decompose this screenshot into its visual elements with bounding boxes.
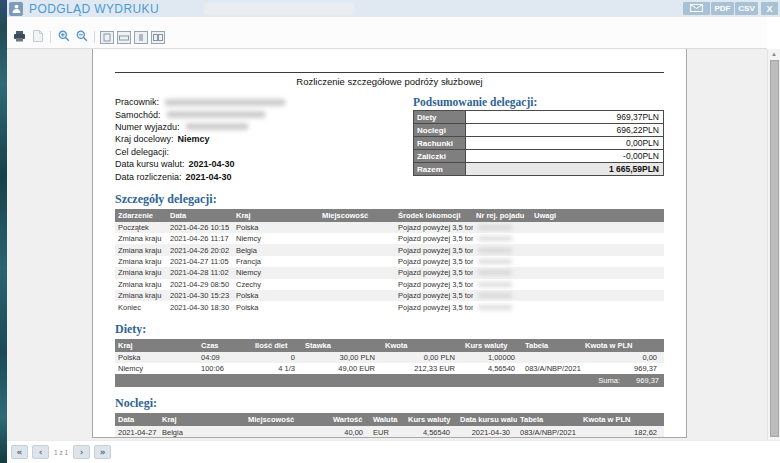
table-row: Zmiana kraju2021-04-26 11:17NiemcyPojazd… bbox=[115, 233, 664, 244]
table-cell: 2021-04-26 10:15 bbox=[167, 222, 233, 233]
zoom-out-button[interactable] bbox=[74, 30, 89, 44]
document-title: Rozliczenie szczegółowe podróży służbowe… bbox=[115, 76, 664, 87]
csv-export-button[interactable]: CSV bbox=[735, 2, 758, 15]
sum-label: Suma: bbox=[598, 376, 620, 385]
print-button[interactable] bbox=[12, 30, 27, 44]
column-header: Data bbox=[115, 413, 159, 426]
document-top-rule bbox=[115, 72, 664, 73]
table-cell: Pojazd powyżej 3,5 tony bbox=[395, 279, 473, 290]
info-label: Cel delegacji: bbox=[115, 147, 169, 157]
table-cell bbox=[319, 301, 395, 312]
table-cell bbox=[531, 233, 664, 244]
table-cell: 083/A/NBP/2021 bbox=[522, 363, 582, 374]
table-cell bbox=[531, 244, 664, 255]
fit-page-button[interactable] bbox=[100, 31, 114, 44]
document-page: Rozliczenie szczegółowe podróży służbowe… bbox=[92, 49, 687, 438]
summary-row: Noclegi696,22PLN bbox=[414, 124, 664, 137]
table-row: Zmiana kraju2021-04-29 08:50CzechyPojazd… bbox=[115, 279, 664, 290]
fit-width-icon bbox=[119, 30, 129, 45]
redacted-value bbox=[478, 225, 512, 230]
table-cell bbox=[531, 222, 664, 233]
table-cell: Pojazd powyżej 3,5 tony bbox=[395, 244, 473, 255]
header-row: ZdarzenieDataKrajMiejscowośćŚrodek lokom… bbox=[115, 209, 664, 222]
table-cell bbox=[245, 426, 330, 437]
vertical-scrollbar: ▲ bbox=[767, 49, 780, 440]
info-value: Niemcy bbox=[178, 134, 210, 144]
email-button[interactable] bbox=[683, 2, 710, 15]
print-preview-window: PODGLĄD WYDRUKU PDF CSV X bbox=[0, 0, 780, 463]
redacted-value bbox=[478, 282, 512, 287]
fit-width-button[interactable] bbox=[117, 31, 131, 44]
table-cell: Francja bbox=[233, 256, 319, 267]
column-header: Kurs waluty bbox=[462, 339, 522, 352]
table-cell: 0 bbox=[252, 352, 302, 363]
summary-row: Razem1 665,59PLN bbox=[414, 163, 664, 176]
table-cell: 2021-04-27 bbox=[115, 426, 159, 437]
table-cell: 4,56540 bbox=[405, 426, 457, 437]
pdf-export-button[interactable]: PDF bbox=[711, 2, 734, 15]
redacted-value bbox=[478, 236, 512, 241]
scroll-up-arrow[interactable]: ▲ bbox=[768, 49, 780, 59]
single-page-button[interactable] bbox=[134, 31, 148, 44]
table-cell bbox=[319, 267, 395, 278]
info-row: Cel delegacji: bbox=[115, 146, 413, 158]
table-cell: 1,00000 bbox=[462, 352, 522, 363]
last-page-button[interactable]: » bbox=[94, 445, 111, 459]
next-page-button[interactable]: › bbox=[73, 445, 90, 459]
table-cell bbox=[319, 233, 395, 244]
close-button[interactable]: X bbox=[761, 2, 778, 15]
column-header: Kwota w PLN bbox=[582, 339, 664, 352]
summary-value: 0,00PLN bbox=[466, 137, 664, 150]
table-cell: Pojazd powyżej 3,5 tony bbox=[395, 222, 473, 233]
table-cell: Pojazd powyżej 3,5 tony bbox=[395, 256, 473, 267]
scrollbar-thumb[interactable] bbox=[770, 60, 779, 437]
table-cell: Pojazd powyżej 3,5 tony bbox=[395, 267, 473, 278]
table-cell: Polska bbox=[233, 301, 319, 312]
table-row: Polska04:09030,00 PLN0,00 PLN1,000000,00 bbox=[115, 352, 664, 363]
single-page-icon bbox=[137, 30, 145, 45]
table-row: Koniec2021-04-30 18:30PolskaPojazd powyż… bbox=[115, 301, 664, 312]
column-header: Kraj bbox=[233, 209, 319, 222]
table-cell: Koniec bbox=[115, 301, 167, 312]
table-row: Początek2021-04-26 10:15PolskaPojazd pow… bbox=[115, 222, 664, 233]
first-page-button[interactable]: « bbox=[11, 445, 28, 459]
previous-page-button[interactable]: ‹ bbox=[32, 445, 49, 459]
summary-row: Rachunki0,00PLN bbox=[414, 137, 664, 150]
table-cell: 083/A/NBP/2021 bbox=[517, 426, 580, 437]
column-header: Kraj bbox=[159, 413, 245, 426]
diets-heading: Diety: bbox=[115, 322, 664, 337]
table-cell: 04:09 bbox=[198, 352, 252, 363]
redacted-value bbox=[167, 111, 265, 118]
page-indicator: 1 z 1 bbox=[54, 449, 68, 456]
sum-value: 969,37 bbox=[636, 376, 659, 385]
summary-label: Razem bbox=[414, 163, 466, 176]
table-cell bbox=[473, 279, 531, 290]
zoom-in-button[interactable] bbox=[56, 30, 71, 44]
table-cell: 40,00 bbox=[330, 426, 370, 437]
table-cell: 182,62 bbox=[580, 426, 664, 437]
column-header: Kraj bbox=[115, 339, 198, 352]
table-cell: 30,00 PLN bbox=[302, 352, 382, 363]
column-header: Czas bbox=[198, 339, 252, 352]
table-cell: 0,00 PLN bbox=[382, 352, 462, 363]
redacted-value bbox=[478, 293, 512, 298]
print-icon bbox=[13, 30, 26, 45]
table-cell: Polska bbox=[233, 290, 319, 301]
table-cell: Niemcy bbox=[233, 233, 319, 244]
table-cell: Belgia bbox=[159, 426, 245, 437]
table-cell bbox=[473, 267, 531, 278]
table-cell: 969,37 bbox=[582, 363, 664, 374]
redacted-value bbox=[165, 99, 285, 106]
table-cell: Polska bbox=[233, 222, 319, 233]
page-setup-button[interactable] bbox=[30, 30, 45, 44]
two-pages-button[interactable] bbox=[151, 31, 165, 44]
table-cell: 0,00 bbox=[582, 352, 664, 363]
table-cell: Zmiana kraju bbox=[115, 290, 167, 301]
table-cell bbox=[531, 267, 664, 278]
table-cell bbox=[473, 222, 531, 233]
preview-toolbar bbox=[7, 17, 767, 49]
column-header: Stawka bbox=[302, 339, 382, 352]
column-header: Zdarzenie bbox=[115, 209, 167, 222]
column-header: Waluta bbox=[370, 413, 405, 426]
zoom-in-icon bbox=[58, 30, 70, 45]
